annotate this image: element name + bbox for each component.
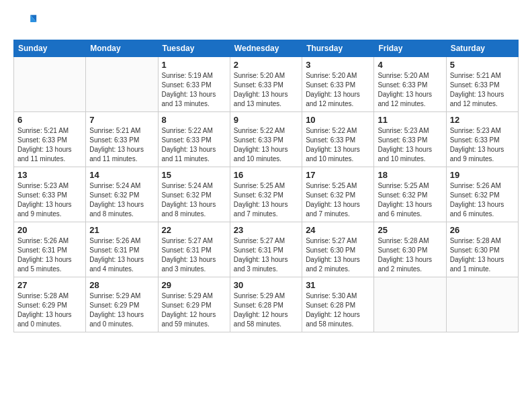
- calendar-cell: [374, 277, 446, 332]
- week-row-3: 13Sunrise: 5:23 AM Sunset: 6:33 PM Dayli…: [14, 167, 519, 222]
- calendar-cell: 10Sunrise: 5:22 AM Sunset: 6:33 PM Dayli…: [302, 112, 374, 167]
- calendar-cell: 5Sunrise: 5:21 AM Sunset: 6:33 PM Daylig…: [446, 57, 518, 112]
- calendar-cell: 26Sunrise: 5:28 AM Sunset: 6:30 PM Dayli…: [446, 222, 518, 277]
- calendar-page: SundayMondayTuesdayWednesdayThursdayFrid…: [0, 0, 532, 411]
- calendar-cell: 18Sunrise: 5:25 AM Sunset: 6:32 PM Dayli…: [374, 167, 446, 222]
- day-number: 3: [306, 60, 370, 70]
- week-row-4: 20Sunrise: 5:26 AM Sunset: 6:31 PM Dayli…: [14, 222, 519, 277]
- day-info: Sunrise: 5:19 AM Sunset: 6:33 PM Dayligh…: [162, 71, 226, 109]
- day-info: Sunrise: 5:22 AM Sunset: 6:33 PM Dayligh…: [234, 126, 298, 164]
- calendar-cell: 25Sunrise: 5:28 AM Sunset: 6:30 PM Dayli…: [374, 222, 446, 277]
- day-number: 22: [162, 225, 226, 235]
- day-number: 4: [378, 60, 442, 70]
- day-number: 21: [89, 225, 154, 235]
- calendar-cell: 28Sunrise: 5:29 AM Sunset: 6:29 PM Dayli…: [86, 277, 158, 332]
- day-info: Sunrise: 5:29 AM Sunset: 6:29 PM Dayligh…: [162, 291, 226, 329]
- calendar-cell: 3Sunrise: 5:20 AM Sunset: 6:33 PM Daylig…: [302, 57, 374, 112]
- calendar-cell: 29Sunrise: 5:29 AM Sunset: 6:29 PM Dayli…: [158, 277, 230, 332]
- day-number: 11: [378, 115, 442, 125]
- calendar-cell: 7Sunrise: 5:21 AM Sunset: 6:33 PM Daylig…: [86, 112, 158, 167]
- day-info: Sunrise: 5:21 AM Sunset: 6:33 PM Dayligh…: [450, 71, 515, 109]
- day-number: 29: [162, 280, 226, 290]
- day-info: Sunrise: 5:20 AM Sunset: 6:33 PM Dayligh…: [234, 71, 298, 109]
- weekday-header-tuesday: Tuesday: [158, 40, 230, 57]
- day-info: Sunrise: 5:23 AM Sunset: 6:33 PM Dayligh…: [450, 126, 515, 164]
- calendar-cell: 9Sunrise: 5:22 AM Sunset: 6:33 PM Daylig…: [230, 112, 302, 167]
- day-number: 8: [162, 115, 226, 125]
- calendar-cell: [446, 277, 518, 332]
- day-info: Sunrise: 5:23 AM Sunset: 6:33 PM Dayligh…: [378, 126, 442, 164]
- calendar-cell: 27Sunrise: 5:28 AM Sunset: 6:29 PM Dayli…: [14, 277, 86, 332]
- calendar-cell: 16Sunrise: 5:25 AM Sunset: 6:32 PM Dayli…: [230, 167, 302, 222]
- day-info: Sunrise: 5:25 AM Sunset: 6:32 PM Dayligh…: [306, 181, 370, 219]
- day-number: 26: [450, 225, 515, 235]
- day-number: 27: [17, 280, 82, 290]
- day-number: 20: [17, 225, 82, 235]
- day-number: 13: [17, 170, 82, 180]
- calendar-table: SundayMondayTuesdayWednesdayThursdayFrid…: [13, 40, 519, 332]
- day-info: Sunrise: 5:20 AM Sunset: 6:33 PM Dayligh…: [378, 71, 442, 109]
- day-info: Sunrise: 5:27 AM Sunset: 6:31 PM Dayligh…: [162, 236, 226, 274]
- day-number: 30: [234, 280, 298, 290]
- calendar-cell: [86, 57, 158, 112]
- calendar-cell: 8Sunrise: 5:22 AM Sunset: 6:33 PM Daylig…: [158, 112, 230, 167]
- calendar-cell: 19Sunrise: 5:26 AM Sunset: 6:32 PM Dayli…: [446, 167, 518, 222]
- day-number: 17: [306, 170, 370, 180]
- week-row-5: 27Sunrise: 5:28 AM Sunset: 6:29 PM Dayli…: [14, 277, 519, 332]
- calendar-cell: 20Sunrise: 5:26 AM Sunset: 6:31 PM Dayli…: [14, 222, 86, 277]
- day-info: Sunrise: 5:23 AM Sunset: 6:33 PM Dayligh…: [17, 181, 82, 219]
- day-info: Sunrise: 5:26 AM Sunset: 6:31 PM Dayligh…: [89, 236, 154, 274]
- day-number: 15: [162, 170, 226, 180]
- day-number: 9: [234, 115, 298, 125]
- day-info: Sunrise: 5:24 AM Sunset: 6:32 PM Dayligh…: [89, 181, 154, 219]
- calendar-cell: 22Sunrise: 5:27 AM Sunset: 6:31 PM Dayli…: [158, 222, 230, 277]
- weekday-header-row: SundayMondayTuesdayWednesdayThursdayFrid…: [14, 40, 519, 57]
- day-number: 14: [89, 170, 154, 180]
- calendar-cell: 6Sunrise: 5:21 AM Sunset: 6:33 PM Daylig…: [14, 112, 86, 167]
- day-number: 24: [306, 225, 370, 235]
- calendar-cell: 12Sunrise: 5:23 AM Sunset: 6:33 PM Dayli…: [446, 112, 518, 167]
- calendar-cell: 2Sunrise: 5:20 AM Sunset: 6:33 PM Daylig…: [230, 57, 302, 112]
- day-info: Sunrise: 5:25 AM Sunset: 6:32 PM Dayligh…: [234, 181, 298, 219]
- day-info: Sunrise: 5:27 AM Sunset: 6:30 PM Dayligh…: [306, 236, 370, 274]
- day-info: Sunrise: 5:21 AM Sunset: 6:33 PM Dayligh…: [89, 126, 154, 164]
- calendar-cell: 24Sunrise: 5:27 AM Sunset: 6:30 PM Dayli…: [302, 222, 374, 277]
- week-row-2: 6Sunrise: 5:21 AM Sunset: 6:33 PM Daylig…: [14, 112, 519, 167]
- day-number: 19: [450, 170, 515, 180]
- day-info: Sunrise: 5:26 AM Sunset: 6:31 PM Dayligh…: [17, 236, 82, 274]
- day-info: Sunrise: 5:29 AM Sunset: 6:28 PM Dayligh…: [234, 291, 298, 329]
- weekday-header-sunday: Sunday: [14, 40, 86, 57]
- day-number: 23: [234, 225, 298, 235]
- day-info: Sunrise: 5:26 AM Sunset: 6:32 PM Dayligh…: [450, 181, 515, 219]
- weekday-header-friday: Friday: [374, 40, 446, 57]
- logo-icon: [13, 10, 38, 34]
- weekday-header-wednesday: Wednesday: [230, 40, 302, 57]
- day-number: 31: [306, 280, 370, 290]
- weekday-header-saturday: Saturday: [446, 40, 518, 57]
- calendar-cell: 21Sunrise: 5:26 AM Sunset: 6:31 PM Dayli…: [86, 222, 158, 277]
- day-info: Sunrise: 5:28 AM Sunset: 6:30 PM Dayligh…: [378, 236, 442, 274]
- calendar-cell: 14Sunrise: 5:24 AM Sunset: 6:32 PM Dayli…: [86, 167, 158, 222]
- calendar-cell: 15Sunrise: 5:24 AM Sunset: 6:32 PM Dayli…: [158, 167, 230, 222]
- day-info: Sunrise: 5:28 AM Sunset: 6:30 PM Dayligh…: [450, 236, 515, 274]
- calendar-cell: 4Sunrise: 5:20 AM Sunset: 6:33 PM Daylig…: [374, 57, 446, 112]
- logo: [13, 10, 40, 34]
- calendar-cell: 13Sunrise: 5:23 AM Sunset: 6:33 PM Dayli…: [14, 167, 86, 222]
- day-number: 10: [306, 115, 370, 125]
- day-info: Sunrise: 5:22 AM Sunset: 6:33 PM Dayligh…: [162, 126, 226, 164]
- day-number: 6: [17, 115, 82, 125]
- day-number: 12: [450, 115, 515, 125]
- day-number: 7: [89, 115, 154, 125]
- day-number: 25: [378, 225, 442, 235]
- day-number: 18: [378, 170, 442, 180]
- day-info: Sunrise: 5:24 AM Sunset: 6:32 PM Dayligh…: [162, 181, 226, 219]
- day-number: 1: [162, 60, 226, 70]
- day-info: Sunrise: 5:29 AM Sunset: 6:29 PM Dayligh…: [89, 291, 154, 329]
- day-number: 28: [89, 280, 154, 290]
- calendar-cell: 17Sunrise: 5:25 AM Sunset: 6:32 PM Dayli…: [302, 167, 374, 222]
- day-info: Sunrise: 5:28 AM Sunset: 6:29 PM Dayligh…: [17, 291, 82, 329]
- week-row-1: 1Sunrise: 5:19 AM Sunset: 6:33 PM Daylig…: [14, 57, 519, 112]
- calendar-cell: 23Sunrise: 5:27 AM Sunset: 6:31 PM Dayli…: [230, 222, 302, 277]
- day-info: Sunrise: 5:20 AM Sunset: 6:33 PM Dayligh…: [306, 71, 370, 109]
- day-info: Sunrise: 5:30 AM Sunset: 6:28 PM Dayligh…: [306, 291, 370, 329]
